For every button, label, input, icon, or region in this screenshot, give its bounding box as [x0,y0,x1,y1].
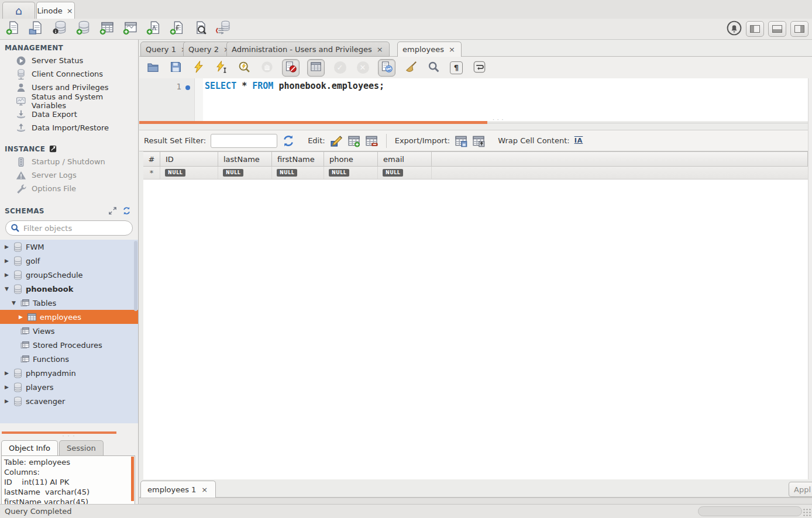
execute-query-button[interactable] [191,60,206,75]
sidebar-item-server-logs[interactable]: Server Logs [0,168,138,182]
close-icon[interactable]: × [200,485,209,494]
tree-item-tables[interactable]: ▼Tables [0,296,138,310]
tree-item-phonebook[interactable]: ▼phonebook [0,282,138,296]
resize-grip-icon[interactable] [803,508,811,516]
import-records-icon[interactable] [472,134,485,147]
explain-plan-button[interactable] [236,60,252,75]
sql-code-line[interactable]: SELECT * FROM phonebook.employees; [205,81,384,91]
cell-id[interactable]: NULL [160,167,218,179]
close-icon[interactable]: × [376,45,384,54]
toggle-invisible-chars-button[interactable]: ¶ [449,60,464,75]
tab-administration-users[interactable]: Administration - Users and Privileges× [226,42,390,57]
inspect-database-button[interactable] [52,22,67,37]
new-sql-tab-button[interactable] [5,22,20,37]
tree-item-golf[interactable]: ▶golf [0,254,138,268]
chevron-right-icon[interactable]: ▶ [4,398,10,404]
tree-item-scavenger[interactable]: ▶scavenger [0,394,138,408]
tab-object-info[interactable]: Object Info [1,440,58,455]
toggle-secondary-sidebar-button[interactable] [790,21,808,37]
close-icon[interactable]: × [448,45,456,54]
tree-item-employees[interactable]: ▶employees [0,310,138,324]
execute-current-statement-button[interactable] [214,60,229,75]
column-header-lastname[interactable]: lastName [218,152,271,166]
sidebar-item-startup-shutdown[interactable]: Startup / Shutdown [0,155,138,168]
tree-item-stored-procedures[interactable]: Stored Procedures [0,338,138,352]
tab-session[interactable]: Session [59,440,104,455]
tree-item-functions[interactable]: Functions [0,352,138,366]
create-table-button[interactable] [99,22,114,37]
migration-wizard-button[interactable] [216,22,231,37]
toggle-sidebar-button[interactable] [746,21,764,37]
search-table-data-button[interactable] [192,22,208,37]
create-view-button[interactable] [122,22,137,37]
cell-lastname[interactable]: NULL [218,167,271,179]
chevron-down-icon[interactable]: ▼ [4,286,10,292]
tree-item-phpmyadmin[interactable]: ▶phpmyadmin [0,366,138,380]
toggle-limit-rows-button[interactable] [307,59,325,77]
beautify-script-button[interactable] [403,60,418,75]
vertical-scrollbar[interactable] [808,78,812,479]
sidebar-item-client-connections[interactable]: Client Connections [0,67,138,81]
chevron-right-icon[interactable]: ▶ [4,258,10,264]
tree-item-fwm[interactable]: ▶FWM [0,240,138,254]
horizontal-scrollbar-thumb[interactable] [698,506,802,516]
tree-scrollbar[interactable] [134,241,137,311]
open-sql-script-button[interactable] [29,22,44,37]
sidebar-item-system-variables[interactable]: Status and System Variables [0,94,138,108]
splitter-grip-icon[interactable]: · · · [0,434,138,439]
notifications-icon[interactable] [727,22,742,37]
chevron-right-icon[interactable]: ▶ [4,384,10,390]
apply-button[interactable]: Appl [789,482,812,497]
toggle-word-wrap-button[interactable] [472,60,487,75]
cell-email[interactable]: NULL [377,167,431,179]
chevron-right-icon[interactable]: ▶ [4,370,10,376]
wrap-cell-content-icon[interactable]: IA [574,137,583,144]
table-row[interactable]: * NULL NULL NULL NULL NULL [143,167,808,179]
column-header-rownum[interactable]: # [143,152,160,166]
chevron-right-icon[interactable]: ▶ [4,272,10,278]
export-recordset-icon[interactable] [455,134,467,147]
find-button[interactable] [426,60,441,75]
column-header-phone[interactable]: phone [324,152,377,166]
toggle-stop-on-error-button[interactable] [282,59,300,77]
create-function-button[interactable] [169,22,184,37]
delete-row-icon[interactable] [365,134,378,147]
result-grid-body[interactable] [143,179,808,479]
toggle-output-area-button[interactable] [768,21,786,37]
toggle-autocommit-button[interactable] [378,59,395,77]
sidebar-item-data-import[interactable]: Data Import/Restore [0,121,138,134]
tree-item-views[interactable]: Views [0,324,138,338]
horizontal-scrollbar-track[interactable] [139,498,812,504]
sql-editor[interactable]: 1 SELECT * FROM phonebook.employees; [139,78,808,121]
refresh-results-icon[interactable] [282,134,295,147]
instance-config-icon[interactable] [49,144,57,153]
refresh-schemas-icon[interactable] [122,206,131,215]
cell-phone[interactable]: NULL [324,167,377,179]
column-header-firstname[interactable]: firstName [271,152,324,166]
close-icon[interactable]: × [66,6,74,15]
tab-result-employees-1[interactable]: employees 1× [140,481,216,498]
chevron-down-icon[interactable]: ▼ [11,300,17,306]
splitter-grip-icon[interactable]: · · · [493,117,504,123]
edit-record-icon[interactable] [330,134,343,147]
connection-tab-linode[interactable]: Linode × [36,2,75,19]
tree-item-players[interactable]: ▶players [0,380,138,394]
tree-item-groupschedule[interactable]: ▶groupSchedule [0,268,138,282]
create-procedure-button[interactable] [146,22,161,37]
tab-employees[interactable]: employees× [397,42,462,57]
column-header-id[interactable]: ID [160,152,218,166]
save-script-button[interactable] [168,60,183,75]
sidebar-item-server-status[interactable]: Server Status [0,54,138,67]
editor-result-splitter[interactable] [139,121,487,124]
expand-schemas-icon[interactable] [108,206,117,215]
object-info-scrollbar[interactable] [131,457,134,501]
schema-filter-input[interactable] [23,224,128,233]
result-set-filter-input[interactable] [211,134,277,148]
column-header-email[interactable]: email [377,152,431,166]
create-schema-button[interactable] [75,22,91,37]
chevron-right-icon[interactable]: ▶ [18,314,24,320]
open-script-button[interactable] [145,60,160,75]
add-row-icon[interactable] [347,134,360,147]
chevron-right-icon[interactable]: ▶ [4,244,10,250]
sidebar-item-options-file[interactable]: Options File [0,182,138,195]
